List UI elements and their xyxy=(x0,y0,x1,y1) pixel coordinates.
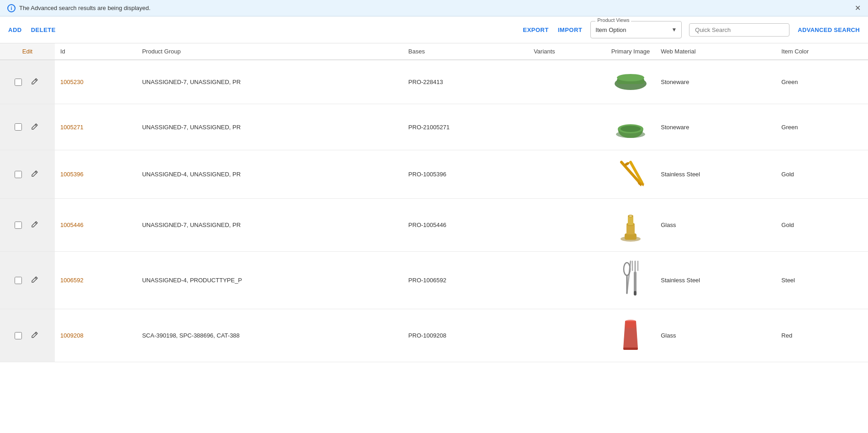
column-header-primary-image: Primary Image xyxy=(606,43,656,60)
id-cell: 1005396 xyxy=(55,150,137,199)
row-checkbox[interactable] xyxy=(15,332,22,339)
id-cell: 1009208 xyxy=(55,309,137,362)
export-button[interactable]: EXPORT xyxy=(522,25,549,35)
notification-message: The Advanced search results are being di… xyxy=(19,5,151,11)
product-group-cell: SCA-390198, SPC-388696, CAT-388 xyxy=(137,309,403,362)
toolbar-right: EXPORT IMPORT Product Views Item Option … xyxy=(522,21,861,38)
table-row: 1005446 UNASSIGNED-7, UNASSIGNED, PR PRO… xyxy=(0,199,868,252)
import-button[interactable]: IMPORT xyxy=(557,25,584,35)
product-image xyxy=(612,158,649,191)
row-checkbox[interactable] xyxy=(15,79,22,86)
id-cell: 1005446 xyxy=(55,199,137,252)
web-material-cell: Glass xyxy=(655,199,776,252)
product-image xyxy=(612,68,649,96)
edit-cell xyxy=(0,309,55,362)
edit-icon-button[interactable] xyxy=(29,76,40,88)
row-checkbox[interactable] xyxy=(15,171,22,178)
product-image xyxy=(615,206,647,244)
toolbar: ADD DELETE EXPORT IMPORT Product Views I… xyxy=(0,16,868,43)
item-color-cell: Gold xyxy=(776,150,868,199)
bases-cell: PRO-1006592 xyxy=(403,252,528,309)
web-material-cell: Stoneware xyxy=(655,60,776,104)
table-row: 1006592 UNASSIGNED-4, PRODUCTTYPE_P PRO-… xyxy=(0,252,868,309)
product-views-select[interactable]: Item Option ▼ xyxy=(595,23,677,36)
svg-rect-22 xyxy=(634,272,637,292)
svg-point-15 xyxy=(629,215,632,217)
notification-bar: i The Advanced search results are being … xyxy=(0,0,868,16)
column-header-product-group: Product Group xyxy=(137,43,403,60)
edit-icon-button[interactable] xyxy=(29,121,40,133)
column-header-web-material: Web Material xyxy=(655,43,776,60)
svg-rect-23 xyxy=(634,291,637,296)
primary-image-cell xyxy=(606,199,656,252)
product-views-value: Item Option xyxy=(595,26,626,33)
column-header-variants: Variants xyxy=(528,43,606,60)
advanced-search-button[interactable]: ADVANCED SEARCH xyxy=(797,25,861,35)
id-cell: 1006592 xyxy=(55,252,137,309)
delete-button[interactable]: DELETE xyxy=(30,25,57,35)
product-group-cell: UNASSIGNED-7, UNASSIGNED, PR xyxy=(137,199,403,252)
edit-icon-button[interactable] xyxy=(29,219,40,231)
product-image xyxy=(612,111,649,143)
table-row: 1005230 UNASSIGNED-7, UNASSIGNED, PR PRO… xyxy=(0,60,868,104)
row-checkbox[interactable] xyxy=(15,277,22,284)
primary-image-cell xyxy=(606,252,656,309)
web-material-cell: Stainless Steel xyxy=(655,150,776,199)
row-checkbox[interactable] xyxy=(15,222,22,229)
variants-cell xyxy=(528,150,606,199)
column-header-edit: Edit xyxy=(0,43,55,60)
edit-icon-button[interactable] xyxy=(29,168,40,180)
web-material-cell: Stainless Steel xyxy=(655,252,776,309)
variants-cell xyxy=(528,252,606,309)
column-header-bases: Bases xyxy=(403,43,528,60)
edit-icon-button[interactable] xyxy=(29,274,40,286)
notification-content: i The Advanced search results are being … xyxy=(7,4,151,12)
edit-cell xyxy=(0,60,55,104)
product-image xyxy=(617,317,644,354)
variants-cell xyxy=(528,60,606,104)
toolbar-left: ADD DELETE xyxy=(7,25,515,35)
svg-point-5 xyxy=(621,126,641,132)
column-header-id: Id xyxy=(55,43,137,60)
edit-cell xyxy=(0,150,55,199)
primary-image-cell xyxy=(606,309,656,362)
table-row: 1005271 UNASSIGNED-7, UNASSIGNED, PR PRO… xyxy=(0,104,868,150)
info-icon: i xyxy=(7,4,16,12)
product-views-label: Product Views xyxy=(595,17,631,23)
bases-cell: PRO-21005271 xyxy=(403,104,528,150)
svg-rect-24 xyxy=(623,348,638,350)
table-row: 1009208 SCA-390198, SPC-388696, CAT-388 … xyxy=(0,309,868,362)
web-material-cell: Glass xyxy=(655,309,776,362)
bases-cell: PRO-228413 xyxy=(403,60,528,104)
svg-point-25 xyxy=(625,320,636,322)
product-image xyxy=(617,259,644,301)
product-views-dropdown[interactable]: Product Views Item Option ▼ xyxy=(590,21,682,38)
svg-rect-10 xyxy=(625,233,637,240)
primary-image-cell xyxy=(606,104,656,150)
edit-icon-button[interactable] xyxy=(29,329,40,342)
table-container: Edit Id Product Group Bases Variants Pri… xyxy=(0,43,868,433)
table-row: 1005396 UNASSIGNED-4, UNASSIGNED, PR PRO… xyxy=(0,150,868,199)
product-group-cell: UNASSIGNED-4, UNASSIGNED, PR xyxy=(137,150,403,199)
quick-search-input[interactable] xyxy=(689,23,789,37)
item-color-cell: Steel xyxy=(776,252,868,309)
item-color-cell: Gold xyxy=(776,199,868,252)
product-group-cell: UNASSIGNED-7, UNASSIGNED, PR xyxy=(137,104,403,150)
row-checkbox[interactable] xyxy=(15,123,22,131)
edit-cell xyxy=(0,252,55,309)
bases-cell: PRO-1009208 xyxy=(403,309,528,362)
item-color-cell: Green xyxy=(776,60,868,104)
table-header-row: Edit Id Product Group Bases Variants Pri… xyxy=(0,43,868,60)
product-group-cell: UNASSIGNED-4, PRODUCTTYPE_P xyxy=(137,252,403,309)
variants-cell xyxy=(528,309,606,362)
add-button[interactable]: ADD xyxy=(7,25,23,35)
product-group-cell: UNASSIGNED-7, UNASSIGNED, PR xyxy=(137,60,403,104)
svg-point-2 xyxy=(617,74,644,81)
notification-close-button[interactable]: ✕ xyxy=(855,5,861,12)
primary-image-cell xyxy=(606,150,656,199)
column-header-item-color: Item Color xyxy=(776,43,868,60)
item-color-cell: Red xyxy=(776,309,868,362)
bases-cell: PRO-1005396 xyxy=(403,150,528,199)
variants-cell xyxy=(528,104,606,150)
item-color-cell: Green xyxy=(776,104,868,150)
